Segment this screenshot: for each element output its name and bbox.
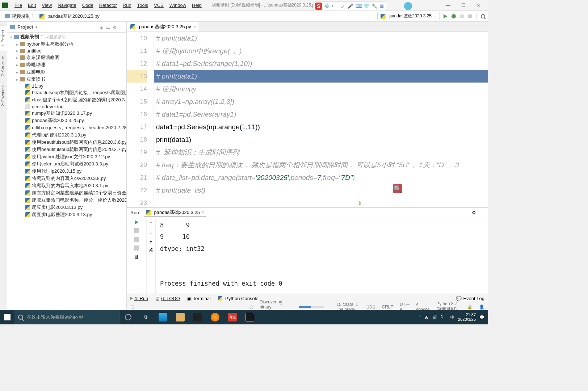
debug-button[interactable] (452, 14, 456, 18)
tree-file[interactable]: 使用python处理json文件2020.3.12.py (7, 153, 126, 160)
menu-window[interactable]: Window (167, 1, 189, 9)
taskbar-clock[interactable]: 21:37 2020/3/25 (458, 312, 476, 322)
tab-structure[interactable]: 7: Structure (0, 51, 7, 81)
tree-file[interactable]: geckodriver.log (7, 104, 126, 110)
tree-file[interactable]: 将爬取到的内容写入csv2020.3.8.py (7, 175, 126, 182)
layout-icon[interactable] (134, 237, 139, 242)
tree-file[interactable]: pandas基础2020.3.25.py (7, 117, 126, 124)
tree-folder[interactable]: ▸豆瓣读书 (7, 76, 126, 83)
down-icon[interactable]: ↓ (150, 229, 152, 235)
app-edge[interactable] (154, 310, 172, 324)
taskview-icon[interactable]: ⧉ (137, 310, 154, 324)
tree-file[interactable]: 使用代理ip2020.3.15.py (7, 168, 126, 175)
tree-file[interactable]: 代理ip的使用2020.3.13.py (7, 131, 126, 139)
stop-run-button[interactable] (134, 228, 139, 233)
close-icon[interactable]: ✕ (476, 3, 480, 8)
tree-file[interactable]: 爬豆瓣电影2020.3.13.py (7, 204, 126, 211)
breadcrumb-file[interactable]: pandas基础2020.3.25.py (37, 12, 102, 20)
tree-file[interactable]: 爬豆瓣电影整理2020.3.13.py (7, 211, 126, 218)
tree-file[interactable]: 将爬取到的内容写入本地2020.3.1.py (7, 182, 126, 189)
expand-icon[interactable]: ⇆ (106, 25, 110, 29)
tree-folder[interactable]: ▸python爬虫与数据分析 (7, 41, 126, 48)
tab-favorites[interactable]: 2: Favorites (0, 81, 7, 110)
menu-refactor[interactable]: Refactor (96, 1, 120, 9)
stop-button[interactable] (468, 14, 472, 18)
tree-file[interactable]: 使用beautifulsoup爬取网页内信息2020.3.7.py (7, 146, 126, 153)
app-cmd[interactable] (189, 310, 206, 324)
resize-handle-icon[interactable]: ⇕ (358, 197, 362, 207)
tree-root[interactable]: ▾视频录制D:\lx\视频录制 (7, 33, 126, 41)
taskbar-search[interactable]: 在这里输入你要搜索的内容 (14, 310, 119, 324)
up-icon[interactable]: ↑ (150, 220, 152, 226)
hide-icon[interactable]: — (119, 25, 123, 29)
chevron-down-icon[interactable]: ▾ (35, 25, 37, 29)
print-icon[interactable]: 🖨 (149, 247, 154, 253)
search-everywhere-icon[interactable] (481, 14, 485, 18)
attach-button[interactable] (460, 14, 464, 18)
tree-file[interactable]: class里多个def之间返回的参数的调用2020.3.14.py (7, 96, 126, 104)
start-button[interactable] (0, 314, 14, 320)
run-button[interactable] (444, 14, 447, 18)
maximize-icon[interactable]: ☐ (461, 3, 466, 8)
status-position[interactable]: 13:1 (367, 304, 375, 310)
run-output[interactable]: 8 9 9 10 dtype: int32 Process finished w… (156, 218, 488, 294)
wrap-icon[interactable]: ↲ (149, 238, 153, 244)
recorder-icon[interactable] (404, 2, 412, 10)
tree-file[interactable]: 11.py (7, 83, 126, 89)
app-pycharm[interactable] (241, 310, 259, 324)
tree-file[interactable]: 使用beautifulsoup爬取网页内信息2020.3.6.py (7, 139, 126, 146)
run-tab-close-icon[interactable]: × (201, 210, 204, 215)
tree-file[interactable]: urllib.requests、requests、headers2020.2.2… (7, 124, 126, 131)
tray-ime-icon[interactable]: 中 (450, 315, 454, 320)
trash-icon[interactable]: 🗑 (134, 254, 139, 260)
tray-expand-icon[interactable]: ˄ (419, 315, 421, 320)
tree-file[interactable]: numpy基础知识2020.3.17.py (7, 110, 126, 117)
menu-code[interactable]: Code (79, 1, 96, 9)
ime-mic-icon[interactable]: 🎤 (348, 3, 353, 9)
tray-notification-icon[interactable]: 💬 (479, 315, 484, 320)
menu-file[interactable]: File (12, 1, 25, 9)
tab-project[interactable]: 1: Project (0, 25, 7, 51)
rerun-button[interactable] (135, 220, 138, 224)
tray-volume-icon[interactable]: 🔊 (432, 315, 437, 320)
gear-icon[interactable]: ⚙ (472, 210, 476, 215)
ime-lang[interactable]: 英 (324, 3, 329, 9)
tree-file[interactable]: beautifulsoup拿到图片链接、requests爬取图片20 (7, 89, 126, 96)
bottom-tab-todo[interactable]: ☑6: TODO (155, 296, 180, 301)
run-tab[interactable]: pandas基础2020.3.25× (144, 209, 206, 217)
menu-vcs[interactable]: VCS (151, 1, 167, 9)
locate-icon[interactable]: ⊕ (100, 25, 104, 29)
tree-folder[interactable]: ▸京东汉服缩略图 (7, 54, 126, 61)
menu-navigate[interactable]: Navigate (55, 1, 79, 9)
breadcrumb-root[interactable]: 视频录制〉 (3, 12, 37, 20)
sogou-logo[interactable]: S (315, 3, 322, 10)
bottom-tab-run[interactable]: 4: Run (130, 296, 148, 301)
run-config-selector[interactable]: pandas基础2020.3.25⌄ (377, 12, 440, 20)
ime-punct-icon[interactable]: •, (332, 3, 337, 9)
status-lock-icon[interactable]: 🔒 (467, 304, 472, 310)
pin-icon[interactable] (134, 245, 139, 251)
hide-icon[interactable]: — (480, 210, 484, 215)
app-firefox[interactable] (206, 310, 224, 324)
tree-folder[interactable]: ▸untitled (7, 48, 126, 54)
tree-folder[interactable]: ▸哔哩哔哩 (7, 61, 126, 68)
tree-file[interactable]: 爬东方财富网某些股票的连续20个交易日资金流向2 (7, 189, 126, 197)
tree-folder[interactable]: ▸豆瓣电影 (7, 68, 126, 76)
tree-file[interactable]: 使用selenium启动浏览器2020.3.3.py (7, 160, 126, 168)
editor-tab[interactable]: pandas基础2020.3.25.py × (127, 22, 200, 31)
ime-keyboard-icon[interactable]: ⌨ (356, 3, 361, 9)
status-hector-icon[interactable]: 👤 (479, 304, 484, 310)
cortana-icon[interactable] (119, 310, 137, 324)
tray-network-icon[interactable]: 🖧 (425, 315, 429, 319)
minimize-icon[interactable]: — (446, 3, 450, 8)
menu-help[interactable]: Help (189, 1, 205, 9)
ime-grid-icon[interactable]: ▦ (379, 3, 385, 9)
status-lock-icon[interactable]: ▢ (130, 304, 134, 310)
status-eol[interactable]: CRLF (382, 304, 393, 310)
ime-hanger-icon[interactable]: 👕 (364, 3, 369, 9)
gear-icon[interactable]: ⚙ (113, 25, 117, 29)
ime-emoji-icon[interactable]: ☺ (340, 3, 345, 9)
bottom-tab-event-log[interactable]: 💬Event Log (456, 296, 484, 301)
bottom-tab-terminal[interactable]: ▣Terminal (187, 296, 211, 301)
tab-close-icon[interactable]: × (193, 24, 196, 29)
